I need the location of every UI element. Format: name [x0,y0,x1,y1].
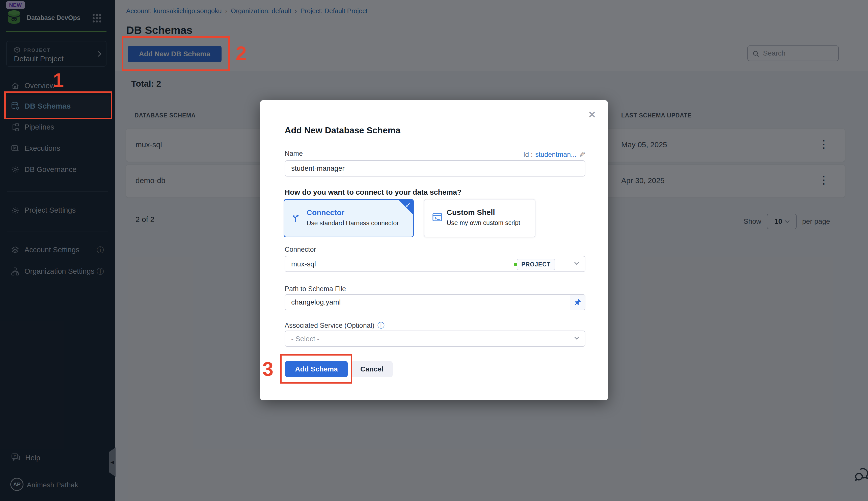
annotation-box-1 [4,92,112,119]
associated-service-label-row: Associated Service (Optional) ⓘ [285,321,385,330]
path-input-wrap [285,294,585,310]
associated-service-label: Associated Service (Optional) [285,322,374,330]
annotation-number-1: 1 [53,70,64,90]
edit-pencil-icon[interactable]: ✎ [579,150,585,159]
connector-value: mux-sql [291,260,316,268]
check-icon: ✓ [405,201,411,209]
connect-question-label: How do you want to connect to your data … [285,188,462,196]
chevron-down-icon [574,335,579,339]
annotation-box-2 [122,36,230,71]
path-label: Path to Schema File [285,285,346,293]
custom-shell-option-card[interactable]: Custom Shell Use my own custom script [424,199,536,237]
associated-service-placeholder: - Select - [291,335,319,343]
modal-title: Add New Database Schema [285,125,400,135]
pin-button[interactable] [570,295,585,310]
option-description: Use standard Harness connector [307,220,399,227]
name-label: Name [285,150,303,158]
pushpin-icon [574,298,581,306]
option-description: Use my own custom script [447,219,520,226]
id-label: Id : [523,151,533,159]
option-title: Custom Shell [447,208,495,217]
app-window: NEW ∞ Database DevOps PROJECT Default Pr… [0,0,868,501]
close-icon[interactable]: ✕ [588,109,596,120]
scope-tag: PROJECT [517,259,555,270]
connector-option-card[interactable]: Connector Use standard Harness connector… [284,199,414,237]
associated-service-select[interactable]: - Select - [285,331,585,347]
annotation-number-2: 2 [236,43,246,63]
path-input[interactable] [285,295,568,310]
connector-branch-icon [292,212,303,223]
connector-label: Connector [285,246,316,254]
option-title: Connector [307,208,344,217]
schema-name-input[interactable] [285,160,585,177]
id-value-link[interactable]: studentman... [535,151,576,159]
terminal-icon [431,212,443,223]
connector-select[interactable]: mux-sql PROJECT [285,256,585,272]
info-icon[interactable]: ⓘ [377,321,385,330]
entity-id-row: Id : studentman... ✎ [523,150,585,159]
annotation-box-3 [280,354,352,384]
chevron-down-icon [574,260,579,265]
annotation-number-3: 3 [262,359,273,379]
cancel-button[interactable]: Cancel [351,361,393,377]
